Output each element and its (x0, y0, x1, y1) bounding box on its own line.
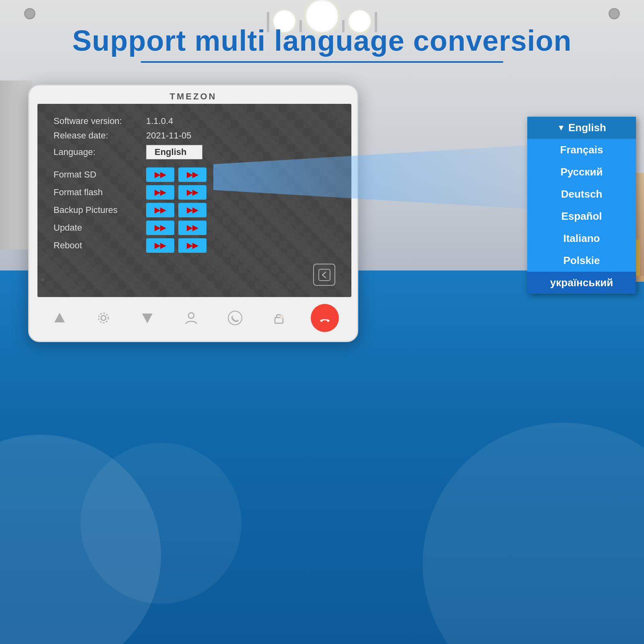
svg-point-6 (228, 311, 242, 325)
svg-marker-4 (142, 314, 153, 323)
date-value: 2021-11-05 (146, 130, 192, 141)
svg-point-8 (280, 315, 284, 319)
update-label: Update (54, 223, 146, 233)
device-screen: Software version: 1.1.0.4 Release date: … (37, 104, 351, 297)
nav-icon-settings[interactable] (91, 306, 116, 330)
software-value: 1.1.0.4 (146, 116, 173, 126)
backup-btn2[interactable]: ▶▶ (178, 203, 206, 217)
nav-icon-person[interactable] (179, 306, 203, 330)
chevron-down-icon: ▼ (557, 123, 565, 132)
lang-label-francais: Français (560, 144, 603, 156)
action-row-format-sd: Format SD ▶▶ ▶▶ (54, 167, 335, 182)
info-row-date: Release date: 2021-11-05 (54, 130, 335, 141)
lang-label-polskie: Polskie (563, 254, 600, 267)
action-row-update: Update ▶▶ ▶▶ (54, 221, 335, 235)
lang-item-italiano[interactable]: Italiano (527, 227, 636, 250)
info-row-software: Software version: 1.1.0.4 (54, 116, 335, 126)
screen-content: Software version: 1.1.0.4 Release date: … (37, 104, 351, 297)
update-btn2[interactable]: ▶▶ (178, 221, 206, 235)
action-rows: Format SD ▶▶ ▶▶ Format flash ▶▶ ▶▶ Backu… (54, 167, 335, 253)
nav-icon-up[interactable] (47, 306, 72, 330)
lang-item-deutsch[interactable]: Deutsch (527, 183, 636, 205)
language-label: Language: (54, 147, 146, 157)
format-sd-label: Format SD (54, 169, 146, 180)
lang-label-espanol: Español (561, 210, 602, 223)
lang-item-polskie[interactable]: Polskie (527, 250, 636, 272)
title-underline (141, 61, 503, 63)
floor-decoration-mid (80, 443, 242, 604)
update-buttons: ▶▶ ▶▶ (146, 221, 206, 235)
lang-label-italiano: Italiano (563, 232, 600, 245)
reboot-label: Reboot (54, 240, 146, 251)
lang-label-russian: Русский (560, 166, 603, 178)
backup-buttons: ▶▶ ▶▶ (146, 203, 206, 217)
format-sd-btn1[interactable]: ▶▶ (146, 167, 174, 182)
ceiling-circle-1 (24, 8, 35, 19)
action-row-reboot: Reboot ▶▶ ▶▶ (54, 238, 335, 253)
update-btn1[interactable]: ▶▶ (146, 221, 174, 235)
curtain-decoration (0, 80, 32, 250)
reboot-buttons: ▶▶ ▶▶ (146, 238, 206, 253)
device-frame: TMEZON Software version: 1.1.0.4 Release… (28, 85, 358, 342)
format-sd-btn2[interactable]: ▶▶ (178, 167, 206, 182)
svg-point-3 (99, 313, 108, 323)
lang-label-deutsch: Deutsch (561, 188, 603, 200)
bottom-navigation (37, 304, 349, 332)
svg-marker-1 (54, 313, 65, 322)
reboot-btn1[interactable]: ▶▶ (146, 238, 174, 253)
format-sd-buttons: ▶▶ ▶▶ (146, 167, 206, 182)
svg-point-5 (188, 313, 194, 318)
backup-btn1[interactable]: ▶▶ (146, 203, 174, 217)
page-title: Support multi language conversion (0, 24, 644, 57)
lang-label-english: English (568, 122, 606, 134)
lang-item-francais[interactable]: Français (527, 139, 636, 161)
info-row-language: Language: English (54, 145, 335, 159)
nav-icon-down[interactable] (135, 306, 159, 330)
back-button[interactable] (313, 264, 335, 286)
action-row-format-flash: Format flash ▶▶ ▶▶ (54, 185, 335, 200)
lang-item-ukrainian[interactable]: український (527, 272, 636, 294)
brand-name: TMEZON (170, 91, 217, 102)
language-panel: ▼ English Français Русский Deutsch Españ… (527, 117, 636, 294)
notification-dot (41, 278, 44, 281)
date-label: Release date: (54, 130, 146, 141)
lang-item-russian[interactable]: Русский (527, 161, 636, 183)
format-flash-btn1[interactable]: ▶▶ (146, 185, 174, 200)
format-flash-btn2[interactable]: ▶▶ (178, 185, 206, 200)
format-flash-label: Format flash (54, 187, 146, 198)
lang-label-ukrainian: український (550, 277, 613, 289)
nav-icon-lock[interactable] (267, 306, 291, 330)
lang-item-espanol[interactable]: Español (527, 205, 636, 227)
svg-rect-0 (319, 269, 330, 281)
language-value[interactable]: English (146, 145, 202, 159)
reboot-btn2[interactable]: ▶▶ (178, 238, 206, 253)
svg-point-2 (101, 316, 106, 320)
software-label: Software version: (54, 116, 146, 126)
lang-item-english[interactable]: ▼ English (527, 117, 636, 139)
floor-decoration-right (423, 423, 644, 644)
nav-icon-phone[interactable] (223, 306, 247, 330)
ceiling-circle-2 (609, 8, 620, 19)
page-title-area: Support multi language conversion (0, 24, 644, 63)
backup-label: Backup Pictures (54, 205, 146, 215)
nav-icon-hangup[interactable] (311, 304, 339, 332)
format-flash-buttons: ▶▶ ▶▶ (146, 185, 206, 200)
action-row-backup: Backup Pictures ▶▶ ▶▶ (54, 203, 335, 217)
